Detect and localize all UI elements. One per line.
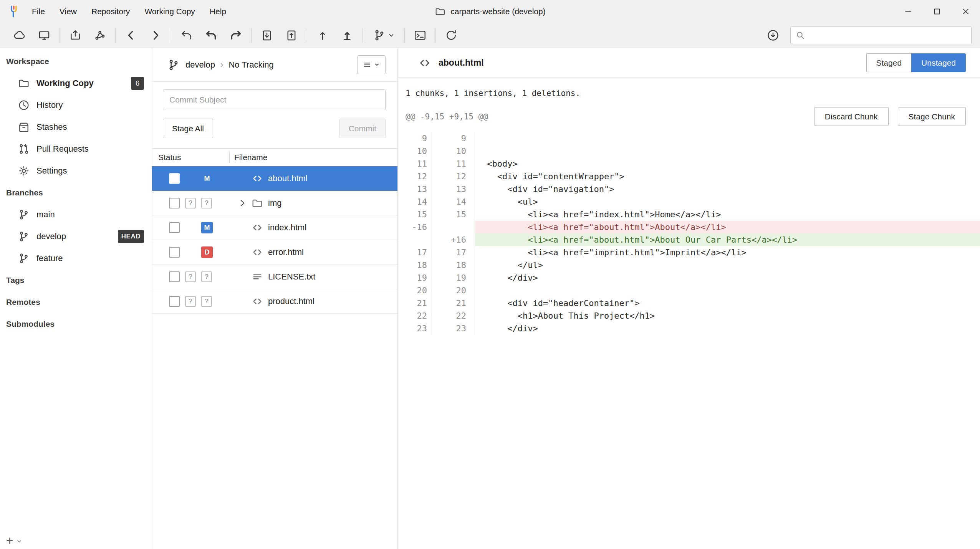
staged-tab[interactable]: Staged (866, 53, 912, 72)
box-arrow-button[interactable] (64, 25, 86, 46)
back-button[interactable] (120, 25, 142, 46)
text-file-icon (251, 271, 263, 283)
file-checkbox[interactable] (169, 271, 180, 282)
menu-repository[interactable]: Repository (84, 0, 137, 23)
branch-icon (18, 230, 30, 243)
section-submodules[interactable]: Submodules (0, 313, 152, 335)
search-input[interactable] (809, 27, 967, 44)
add-repository-button[interactable]: + (6, 535, 13, 546)
new-line-number: 18 (432, 259, 475, 271)
file-row-license-txt[interactable]: ??LICENSE.txt (152, 265, 397, 289)
menu-help[interactable]: Help (202, 0, 233, 23)
file-checkbox[interactable] (169, 173, 180, 184)
file-row-img[interactable]: ??img (152, 191, 397, 215)
file-checkbox[interactable] (169, 198, 180, 208)
sidebar-item-stashes[interactable]: Stashes (0, 116, 152, 138)
folder-icon (434, 6, 446, 17)
sidebar-item-feature[interactable]: feature (0, 247, 152, 269)
commit-button[interactable]: Commit (339, 119, 386, 138)
add-menu-chevron-icon[interactable] (16, 538, 22, 544)
discard-chunk-button[interactable]: Discard Chunk (814, 107, 889, 126)
undo-button[interactable] (200, 25, 222, 46)
file-row-index-html[interactable]: Mindex.html (152, 215, 397, 240)
sidebar-item-working-copy[interactable]: Working Copy6 (0, 72, 152, 94)
maximize-button[interactable] (922, 0, 951, 23)
new-line-number (432, 221, 475, 233)
old-line-number: 12 (398, 170, 432, 183)
diff-panel: about.html Staged Unstaged 1 chunks, 1 i… (398, 48, 980, 549)
unstash-button[interactable] (280, 25, 303, 46)
code-line-text: <div id="headerContainer"> (475, 297, 980, 309)
file-checkbox[interactable] (169, 222, 180, 233)
diff-line: 1919 </div> (398, 271, 980, 284)
status-badge-untracked: ? (201, 198, 212, 208)
sidebar-item-pull-requests[interactable]: Pull Requests (0, 138, 152, 160)
file-row-product-html[interactable]: ??product.html (152, 289, 397, 314)
forward-button[interactable] (144, 25, 167, 46)
commit-area: Stage All Commit (152, 82, 397, 138)
checkout-arrow-button[interactable] (175, 25, 198, 46)
sidebar-item-main[interactable]: main (0, 203, 152, 225)
diff-line: 2121 <div id="headerContainer"> (398, 297, 980, 309)
status-badge-untracked: ? (185, 271, 196, 282)
hamburger-icon (363, 61, 371, 69)
current-branch-label: develop (185, 60, 215, 70)
old-line-number: 14 (398, 195, 432, 208)
cloud-button[interactable] (8, 25, 31, 46)
code-line-text: </ul> (475, 259, 980, 271)
download-button[interactable] (762, 25, 784, 46)
branch-menu-button[interactable] (367, 25, 400, 46)
upload-alt-button[interactable] (336, 25, 358, 46)
toolbar (0, 23, 980, 48)
staged-toggle: Staged Unstaged (866, 53, 966, 72)
diff-line: 1212 <div id="contentWrapper"> (398, 170, 980, 183)
sidebar-item-history[interactable]: History (0, 94, 152, 116)
file-checkbox[interactable] (169, 247, 180, 258)
redo-button[interactable] (225, 25, 247, 46)
unstaged-tab[interactable]: Unstaged (911, 53, 966, 72)
sidebar-item-develop[interactable]: developHEAD (0, 225, 152, 247)
section-branches[interactable]: Branches (0, 182, 152, 203)
diff-line: +16 <li><a href="about.html">About Our C… (398, 233, 980, 246)
upload-button[interactable] (311, 25, 334, 46)
minimize-button[interactable] (894, 0, 922, 23)
menu-view[interactable]: View (52, 0, 84, 23)
chevron-down-icon (374, 62, 380, 68)
new-line-number: 14 (432, 195, 475, 208)
stage-all-button[interactable]: Stage All (163, 119, 213, 138)
old-line-number: 21 (398, 297, 432, 309)
download-icon (766, 29, 780, 42)
new-line-number: 9 (432, 132, 475, 145)
toolbar-separator (307, 28, 307, 43)
status-badge-untracked: ? (201, 296, 212, 307)
menu-working-copy[interactable]: Working Copy (137, 0, 202, 23)
branch-icon (167, 58, 180, 71)
old-line-number: 13 (398, 183, 432, 195)
code-icon (251, 172, 263, 185)
refresh-icon (445, 29, 458, 42)
terminal-button[interactable] (409, 25, 431, 46)
graph-button[interactable] (89, 25, 111, 46)
stash-button[interactable] (256, 25, 278, 46)
sidebar-item-label: History (36, 100, 63, 110)
file-row-about-html[interactable]: Mabout.html (152, 166, 397, 191)
file-checkbox[interactable] (169, 296, 180, 307)
computer-button[interactable] (33, 25, 55, 46)
chunk-buttons: Discard Chunk Stage Chunk (814, 107, 966, 126)
commit-subject-input[interactable] (163, 89, 386, 110)
main-area: Workspace Working Copy6HistoryStashesPul… (0, 48, 980, 549)
section-remotes[interactable]: Remotes (0, 291, 152, 313)
sidebar-item-settings[interactable]: Settings (0, 160, 152, 182)
refresh-button[interactable] (440, 25, 462, 46)
file-row-error-html[interactable]: Derror.html (152, 240, 397, 265)
toolbar-separator (60, 28, 60, 43)
stage-chunk-button[interactable]: Stage Chunk (898, 107, 966, 126)
code-line-text: <li><a href="about.html">About</a></li> (475, 221, 980, 233)
section-tags[interactable]: Tags (0, 269, 152, 291)
list-options-button[interactable] (357, 55, 386, 74)
close-button[interactable] (951, 0, 980, 23)
menu-file[interactable]: File (25, 0, 52, 23)
expand-chevron-icon[interactable] (237, 198, 247, 208)
toolbar-group (120, 25, 167, 46)
diff-line: 1313 <div id="navigation"> (398, 183, 980, 195)
